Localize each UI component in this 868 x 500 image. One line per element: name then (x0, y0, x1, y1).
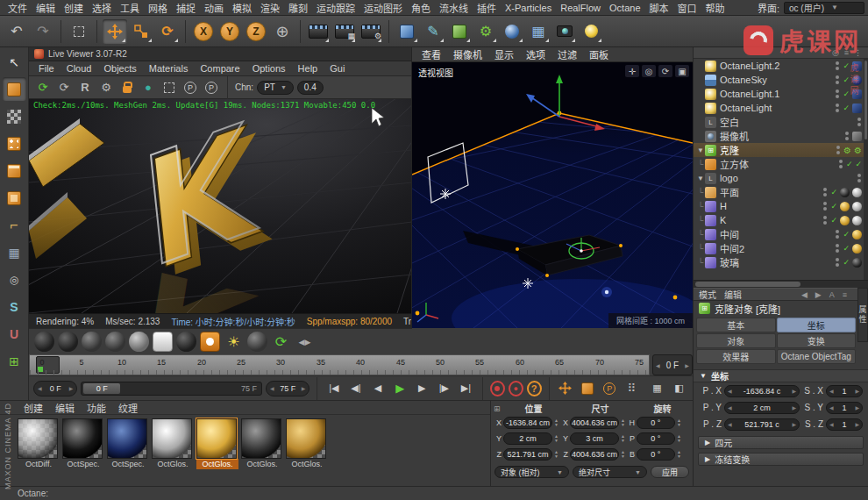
z-axis-lock-button[interactable]: Z (244, 19, 268, 44)
material-thumbnail[interactable] (196, 418, 237, 459)
enabled-check-icon[interactable]: ✓ (846, 160, 853, 168)
viewport-solo-button[interactable]: ◎ (3, 268, 26, 291)
region-render-button[interactable]: ● (139, 79, 157, 96)
material-thumbnail[interactable] (18, 418, 58, 459)
visibility-dots-icon[interactable] (823, 188, 827, 196)
refresh-icon[interactable]: ⟳ (271, 332, 291, 352)
attr-back-icon[interactable]: ◀ (801, 290, 808, 299)
model-mode-button[interactable] (3, 77, 26, 101)
viewport-menu-panel[interactable]: 面板 (583, 47, 615, 61)
viewport-menu-cameras[interactable]: 摄像机 (447, 47, 488, 61)
material-thumbnail[interactable] (62, 418, 103, 459)
add-deformer-button[interactable] (500, 19, 524, 44)
sz-field[interactable]: ◀1▶ (826, 418, 863, 431)
workplane-mode-button[interactable]: ▦ (3, 240, 26, 264)
material-item[interactable]: OctGlos. (286, 418, 328, 469)
attr-auto-icon[interactable]: A (829, 290, 835, 299)
next-frame-button[interactable]: ▶ (413, 379, 431, 398)
channel-param-field[interactable]: 0.4 (297, 81, 324, 95)
menu-simulate[interactable]: 模拟 (228, 1, 256, 15)
channel-select[interactable]: PT ▼ (257, 81, 294, 95)
menu-animate[interactable]: 动画 (200, 1, 228, 15)
menu-select[interactable]: 选择 (88, 1, 116, 15)
preset-sphere-icon[interactable] (105, 332, 125, 352)
stepper-right-icon[interactable]: ▶ (792, 421, 796, 427)
tab-octane-objecttag[interactable]: Octane ObjectTag (777, 349, 857, 364)
sun-icon[interactable]: ☀ (224, 332, 244, 352)
enabled-check-icon[interactable]: ✓ (843, 104, 850, 112)
viewport-menu-display[interactable]: 显示 (488, 47, 520, 61)
object-row[interactable]: └H✓ (694, 199, 868, 213)
add-spline-button[interactable]: ✎ (421, 19, 445, 44)
material-thumbnail[interactable] (152, 418, 192, 459)
material-item[interactable]: OctSpec. (107, 418, 149, 469)
attr-mode-menu[interactable]: 模式 (699, 288, 716, 301)
stepper-icon[interactable]: ▲▼ (677, 434, 681, 443)
render-to-picture-viewer-button[interactable]: ▦ (332, 19, 357, 44)
object-mode-select[interactable]: 对象 (相对)▼ (494, 466, 569, 478)
timeline-mode-button[interactable]: ◧ (670, 379, 688, 398)
octane-menu-compare[interactable]: Compare (194, 63, 245, 74)
apply-button[interactable]: 应用 (651, 466, 689, 478)
material-tag-icon[interactable] (852, 188, 862, 197)
material-tag-icon[interactable] (852, 258, 862, 268)
stepper-icon[interactable]: ▲▼ (554, 434, 559, 443)
settings-gear-button[interactable]: ⚙ (97, 79, 115, 96)
render-view-button[interactable] (306, 19, 331, 44)
play-button[interactable]: ▶ (391, 379, 409, 398)
key-scale-button[interactable] (579, 379, 597, 398)
pick-region-button[interactable] (160, 79, 178, 96)
stepper-icon[interactable]: ▲▼ (621, 450, 625, 459)
visibility-dots-icon[interactable] (845, 132, 849, 140)
object-row[interactable]: └平面✓ (694, 185, 868, 199)
visibility-dots-icon[interactable] (836, 230, 839, 239)
visibility-dots-icon[interactable] (836, 244, 839, 253)
material-item[interactable]: OctGlos. (152, 418, 194, 469)
object-row[interactable]: OctaneSky✓ (694, 73, 868, 87)
current-frame-field[interactable]: ◀0 F▶ (33, 381, 77, 396)
move-tool-button[interactable] (103, 19, 127, 44)
array-tool-button[interactable]: ⊞ (3, 349, 26, 373)
octane-menu-materials[interactable]: Materials (143, 63, 195, 74)
viewport-maximize-icon[interactable]: ▣ (675, 65, 689, 77)
preset-square-icon[interactable] (153, 332, 173, 352)
rot-p-field[interactable]: 0 ° (637, 432, 675, 445)
menu-tools[interactable]: 工具 (116, 1, 144, 15)
menu-character[interactable]: 角色 (407, 1, 435, 15)
pos-y-field[interactable]: 2 cm (503, 432, 552, 445)
stepper-icon[interactable]: ▲▼ (554, 450, 559, 459)
octane-menu-cloud[interactable]: Cloud (60, 63, 98, 74)
material-tag-icon[interactable] (852, 216, 862, 225)
live-selection-tool[interactable]: ↖ (3, 50, 26, 74)
interface-select[interactable]: oc (用户) ▼ (784, 2, 864, 14)
camera-tag-icon[interactable] (852, 132, 862, 141)
record-render-icon[interactable] (200, 332, 220, 352)
octane-light-tag-icon[interactable] (852, 104, 862, 113)
polygons-mode-button[interactable] (3, 186, 26, 210)
object-row-selected[interactable]: ▼⊞克隆⚙⚙ (694, 143, 868, 157)
material-item[interactable]: OctSpec. (62, 418, 104, 469)
visibility-dots-icon[interactable] (857, 174, 861, 182)
pick-focus-button[interactable]: P (203, 79, 220, 96)
preset-sphere-icon[interactable] (129, 332, 149, 352)
menu-pipeline[interactable]: 流水线 (435, 1, 473, 15)
py-field[interactable]: ◀2 cm▶ (724, 402, 800, 414)
object-row[interactable]: L空白 (694, 115, 868, 129)
visibility-dots-icon[interactable] (839, 160, 843, 168)
add-light-button[interactable] (579, 19, 603, 44)
expand-arrow-icon[interactable]: ▼ (696, 175, 705, 182)
menu-edit[interactable]: 编辑 (32, 1, 60, 15)
object-row[interactable]: └中间2✓ (694, 241, 868, 255)
material-thumbnail[interactable] (107, 418, 147, 459)
preset-sphere-icon[interactable] (34, 332, 54, 352)
add-cube-button[interactable] (395, 19, 419, 44)
record-keyframe-button[interactable] (490, 381, 505, 396)
render-settings-button[interactable]: ⚙ (359, 19, 383, 44)
visibility-dots-icon[interactable] (836, 146, 840, 154)
rotate-tool-button[interactable]: ⟳ (155, 19, 180, 44)
mograph-gear-icon[interactable]: ⚙ (854, 146, 862, 155)
texture-mode-button[interactable] (3, 104, 26, 128)
panel-menu-icon[interactable]: ⊞ (494, 404, 501, 413)
timeline-layout-button[interactable]: ▦ (648, 379, 666, 398)
edges-mode-button[interactable] (3, 159, 26, 182)
